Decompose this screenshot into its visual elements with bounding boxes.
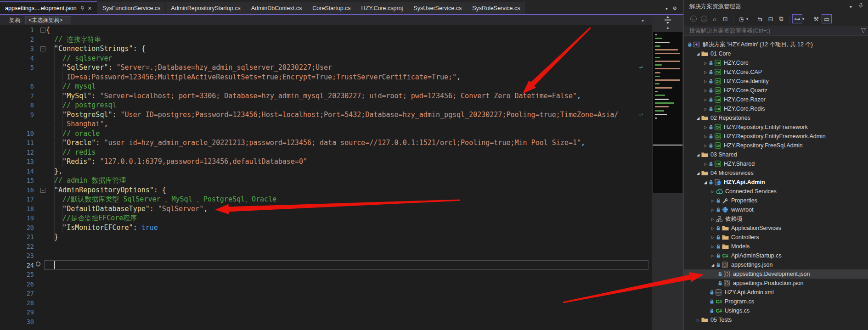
code-line[interactable]: 2 // 连接字符串 <box>0 35 652 45</box>
document-tab[interactable]: AdminDbContext.cs <box>246 2 307 14</box>
tree-item[interactable]: ▷C#HZY.Repository.EntityFramework.Admin <box>684 132 868 141</box>
chevron-down-icon[interactable]: ▾ <box>802 17 804 21</box>
chevron-collapsed-icon[interactable]: ▷ <box>710 254 716 258</box>
refresh-button[interactable]: ⇆ <box>755 14 765 23</box>
chevron-collapsed-icon[interactable]: ▷ <box>710 226 716 230</box>
chevron-collapsed-icon[interactable]: ▷ <box>702 134 709 139</box>
collapse-all-button[interactable]: ⊟ <box>766 14 776 23</box>
editor-split-handle[interactable] <box>652 16 683 24</box>
code-line[interactable]: 27 <box>0 289 652 298</box>
document-tab[interactable]: SysUserService.cs <box>408 2 467 14</box>
tree-item[interactable]: ◢01 Core <box>684 49 868 58</box>
minimap[interactable] <box>653 32 682 193</box>
code-line[interactable]: Shanghai", <box>0 119 652 129</box>
tree-item[interactable]: ▷C#HZY.Core.Razor <box>684 95 868 104</box>
tree-item[interactable]: C#Program.cs <box>684 297 868 306</box>
tree-item[interactable]: ▷C#HZY.Core.Redis <box>684 104 868 113</box>
document-tab[interactable]: CoreStartup.cs <box>307 2 355 14</box>
code-line[interactable]: 15 // admin 数据库管理 <box>0 176 652 185</box>
chevron-down-icon[interactable]: ▾ <box>850 4 852 9</box>
chevron-expanded-icon[interactable]: ◢ <box>695 171 701 175</box>
code-line[interactable]: 8 // postgresql <box>0 101 652 110</box>
tree-item[interactable]: ▷Properties <box>684 196 868 205</box>
code-line[interactable]: 19 //是否监控EFCore程序 <box>0 213 652 223</box>
chevron-collapsed-icon[interactable]: ▷ <box>702 162 709 166</box>
code-line[interactable]: 13 "Redis": "127.0.0.1:6379,password=123… <box>0 157 652 167</box>
tree-item[interactable]: {}appsettings.Production.json <box>684 279 868 288</box>
chevron-expanded-icon[interactable]: ◢ <box>710 263 716 267</box>
code-line[interactable]: 6 // mysql <box>0 82 652 91</box>
minimap-scrollbar-column[interactable]: ▲ <box>652 15 683 330</box>
document-tab[interactable]: HZY.Core.csproj <box>356 2 408 14</box>
tree-item[interactable]: ◢HZY.Api.Admin <box>684 178 868 187</box>
code-line[interactable]: 22 <box>0 242 652 252</box>
code-line[interactable]: 25 <box>0 270 652 280</box>
tree-item[interactable]: ▷Models <box>684 242 868 251</box>
code-line[interactable]: 10 // oracle <box>0 129 652 139</box>
code-line[interactable]: 29 <box>0 308 652 317</box>
document-tab[interactable]: appsettings....elopment.json✕ <box>0 1 97 14</box>
tree-item[interactable]: </>HZY.Api.Admin.xml <box>684 288 868 297</box>
properties-button[interactable]: ⚒ <box>811 14 821 23</box>
sync-with-active-document-button[interactable]: ⊶ <box>792 14 802 23</box>
code-line[interactable]: 21 } <box>0 232 652 242</box>
pending-changes-filter-button[interactable]: ◷ <box>736 14 746 23</box>
tree-item[interactable]: ▷C#HZY.Repository.FreeSql.Admin <box>684 141 868 150</box>
tree-item[interactable]: ▷依赖项 <box>684 214 868 224</box>
tree-item[interactable]: ▷ApplicationServices <box>684 224 868 233</box>
code-line[interactable]: 26 <box>0 280 652 289</box>
code-line[interactable]: 5 "SqlServer": "Server=.;Database=hzy_ad… <box>0 63 652 73</box>
switch-views-button[interactable]: ⊡ <box>720 14 730 23</box>
gear-icon[interactable]: ⚙ <box>672 6 677 11</box>
fold-collapse-box[interactable]: − <box>40 46 45 51</box>
tree-item[interactable]: ◢03 Shared <box>684 150 868 159</box>
search-input[interactable] <box>684 28 861 34</box>
chevron-collapsed-icon[interactable]: ▷ <box>710 217 716 221</box>
pin-icon[interactable] <box>80 6 85 11</box>
document-tab[interactable]: SysRoleService.cs <box>467 2 525 14</box>
lightbulb-icon[interactable] <box>35 261 41 270</box>
chevron-collapsed-icon[interactable]: ▷ <box>710 235 716 240</box>
home-button[interactable]: ⌂ <box>710 14 720 23</box>
chevron-collapsed-icon[interactable]: ▷ <box>702 98 709 102</box>
code-line[interactable]: 12 // redis <box>0 148 652 157</box>
tree-item[interactable]: ▷C#ApiAdminStartup.cs <box>684 251 868 260</box>
chevron-expanded-icon[interactable]: ◢ <box>695 52 701 56</box>
tree-item[interactable]: ▷wwwroot <box>684 205 868 214</box>
fold-collapse-box[interactable]: − <box>40 28 45 33</box>
preview-code-button[interactable]: ▭ <box>822 14 832 23</box>
fold-collapse-box[interactable]: − <box>40 188 45 193</box>
code-line[interactable]: 30 <box>0 317 652 327</box>
chevron-expanded-icon[interactable]: ◢ <box>702 180 709 185</box>
code-line[interactable]: 18 "DefaultDatabaseType": "SqlServer", <box>0 204 652 214</box>
code-line[interactable]: ID=sa;Password=123456;MultipleActiveResu… <box>0 73 652 82</box>
chevron-collapsed-icon[interactable]: ▷ <box>710 208 716 212</box>
code-line[interactable]: 3− "ConnectionStrings": { <box>0 44 652 54</box>
tree-item[interactable]: ▷05 Tests <box>684 315 868 324</box>
tree-item[interactable]: 解决方案 'HZY.Admin' (12 个项目, 共 12 个) <box>684 40 868 49</box>
code-line[interactable]: 4 // sqlserver <box>0 54 652 63</box>
chevron-collapsed-icon[interactable]: ▷ <box>702 144 709 148</box>
tree-item[interactable]: ◢02 Repositories <box>684 113 868 123</box>
document-tab[interactable]: AdminRepositoryStartup.cs <box>166 2 245 14</box>
filter-funnel-icon[interactable] <box>861 27 866 35</box>
chevron-collapsed-icon[interactable]: ▷ <box>702 61 709 65</box>
tree-item[interactable]: ◢{}appsettings.json <box>684 260 868 269</box>
chevron-collapsed-icon[interactable]: ▷ <box>702 107 709 111</box>
code-line[interactable]: 7 "MySql": "Server=localhost; port=3306;… <box>0 91 652 101</box>
tree-item[interactable]: ▷C#HZY.Repository.EntityFramework <box>684 123 868 132</box>
chevron-collapsed-icon[interactable]: ▷ <box>702 70 709 74</box>
tree-item[interactable]: ▷C#HZY.Core.Identity <box>684 77 868 86</box>
code-line[interactable]: 9 "PostgreSql": "User ID=postgres;Passwo… <box>0 110 652 120</box>
code-line[interactable]: 23 <box>0 251 652 261</box>
code-line[interactable]: 28 <box>0 298 652 308</box>
tree-item[interactable]: ▷C#HZY.Core.CAP <box>684 67 868 77</box>
chevron-collapsed-icon[interactable]: ▷ <box>710 199 716 203</box>
forward-button[interactable]: → <box>699 14 709 23</box>
chevron-collapsed-icon[interactable]: ▷ <box>702 79 709 84</box>
back-button[interactable]: ← <box>688 14 699 23</box>
code-line[interactable]: 14 }, <box>0 167 652 176</box>
chevron-collapsed-icon[interactable]: ▷ <box>702 89 709 93</box>
tree-item[interactable]: ▷Controllers <box>684 233 868 242</box>
chevron-collapsed-icon[interactable]: ▷ <box>695 318 701 322</box>
